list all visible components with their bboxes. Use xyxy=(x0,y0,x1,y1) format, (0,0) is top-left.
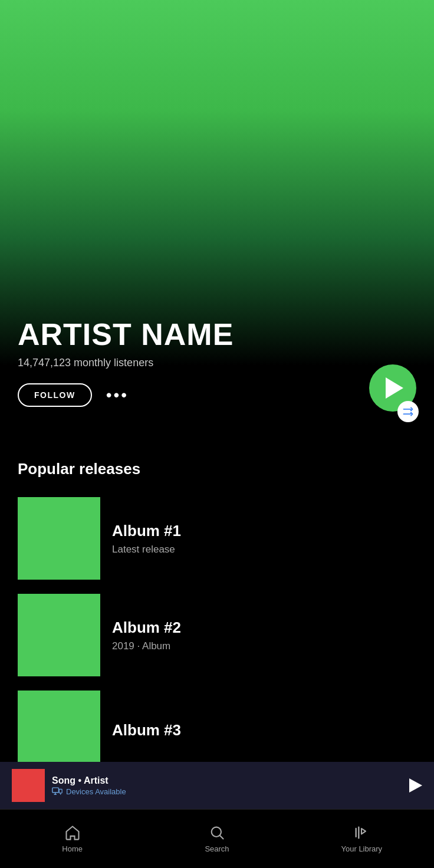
search-icon xyxy=(209,824,225,841)
shuffle-button[interactable] xyxy=(397,401,419,422)
svg-line-6 xyxy=(220,836,223,839)
nav-label-search: Search xyxy=(205,844,229,853)
artist-name: ARTIST NAME xyxy=(18,318,416,351)
nav-item-home[interactable]: Home xyxy=(0,824,144,853)
now-playing-bar[interactable]: Song • Artist Devices Available xyxy=(0,762,434,809)
album-subtitle-2: 2019 · Album xyxy=(112,640,416,652)
hero-background xyxy=(0,0,434,366)
now-playing-song: Song xyxy=(52,775,75,785)
album-title-1: Album #1 xyxy=(112,522,416,540)
svg-rect-1 xyxy=(59,789,62,793)
shuffle-icon xyxy=(402,406,414,417)
now-playing-title: Song • Artist xyxy=(52,775,402,786)
album-subtitle-1: Latest release xyxy=(112,544,416,555)
home-icon xyxy=(64,824,81,841)
follow-button[interactable]: FOLLOW xyxy=(18,383,92,407)
album-title-2: Album #2 xyxy=(112,619,416,637)
album-art-3 xyxy=(18,691,100,773)
now-playing-artist: Artist xyxy=(84,775,108,785)
album-art-1 xyxy=(18,497,100,580)
nav-label-home: Home xyxy=(62,844,83,853)
play-small-icon xyxy=(409,778,422,793)
bottom-nav: Home Search Your Library xyxy=(0,809,434,868)
library-icon xyxy=(353,824,370,841)
devices-icon xyxy=(52,787,63,795)
popular-releases-section: Popular releases Album #1 Latest release… xyxy=(0,460,434,780)
more-options-button[interactable]: ••• xyxy=(106,391,129,399)
artist-actions: FOLLOW ••• xyxy=(18,383,416,407)
section-title: Popular releases xyxy=(18,460,416,478)
album-info-3: Album #3 xyxy=(112,721,416,743)
now-playing-devices: Devices Available xyxy=(52,787,402,796)
album-item-2[interactable]: Album #2 2019 · Album xyxy=(18,587,416,683)
album-info-1: Album #1 Latest release xyxy=(112,522,416,555)
monthly-listeners: 14,747,123 monthly listeners xyxy=(18,357,416,369)
now-playing-play-button[interactable] xyxy=(409,778,422,793)
album-title-3: Album #3 xyxy=(112,721,416,739)
play-icon xyxy=(386,377,403,399)
now-playing-art xyxy=(12,769,45,802)
now-playing-info: Song • Artist Devices Available xyxy=(52,775,402,796)
svg-rect-0 xyxy=(52,788,59,793)
album-art-2 xyxy=(18,594,100,676)
nav-item-library[interactable]: Your Library xyxy=(290,824,434,853)
album-info-2: Album #2 2019 · Album xyxy=(112,619,416,652)
now-playing-separator: • xyxy=(78,775,83,785)
album-list: Album #1 Latest release Album #2 2019 · … xyxy=(18,490,416,780)
album-item-1[interactable]: Album #1 Latest release xyxy=(18,490,416,587)
devices-label: Devices Available xyxy=(66,787,126,796)
nav-item-search[interactable]: Search xyxy=(144,824,289,853)
play-shuffle-container xyxy=(369,364,416,412)
nav-label-library: Your Library xyxy=(341,844,383,853)
